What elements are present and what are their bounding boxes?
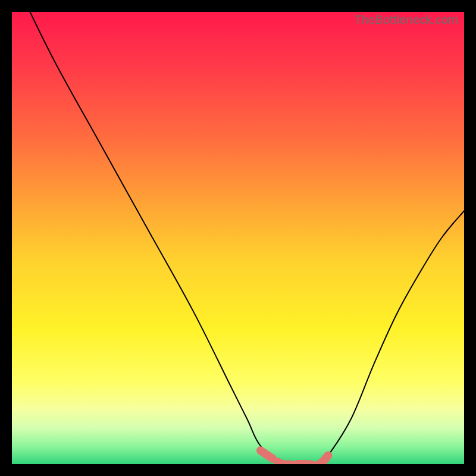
chart-frame: TheBottleneck.com <box>0 0 476 476</box>
bottleneck-curve <box>30 12 464 464</box>
plot-area: TheBottleneck.com <box>12 12 464 464</box>
optimal-band <box>261 450 328 464</box>
watermark-text: TheBottleneck.com <box>354 13 458 27</box>
curve-layer <box>12 12 464 464</box>
